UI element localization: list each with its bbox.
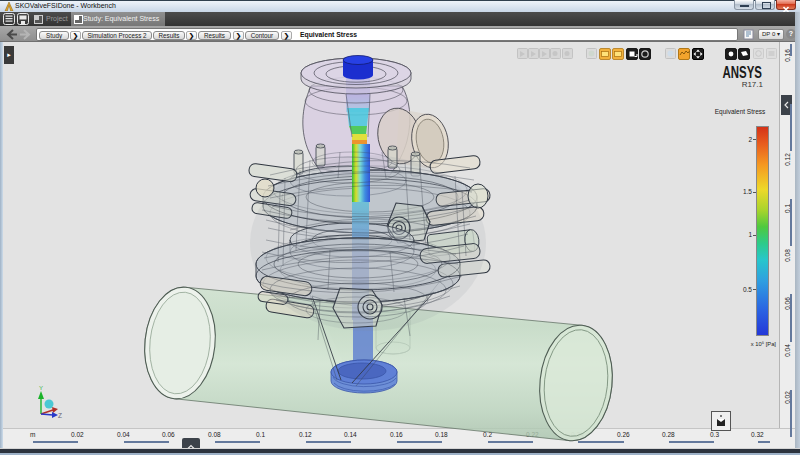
- svg-text:Z: Z: [58, 412, 62, 419]
- svg-text:Y: Y: [39, 385, 43, 391]
